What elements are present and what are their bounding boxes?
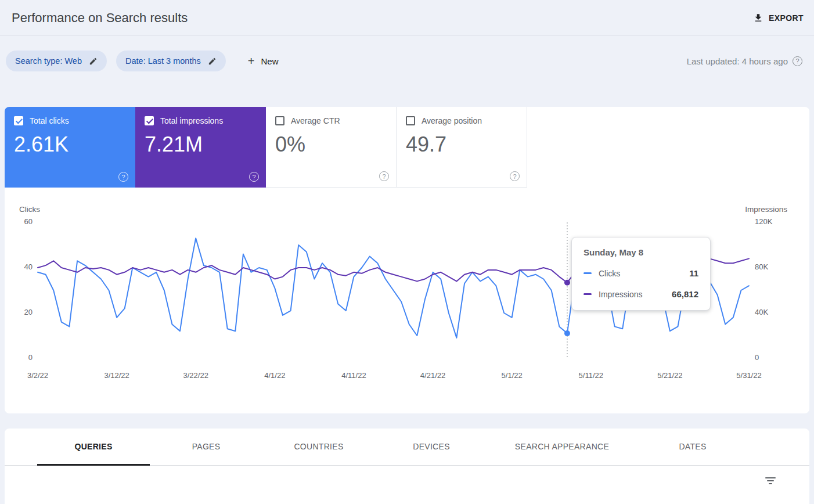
chart-tooltip: Sunday, May 8 Clicks 11 Impressions 66,8… [571,237,711,311]
filter-bar: Search type: Web Date: Last 3 months + N… [0,36,814,86]
metric-card-2[interactable]: Average CTR 0% ? [266,107,397,188]
dimension-table-card: QUERIES PAGES COUNTRIES DEVICES SEARCH A… [5,429,809,504]
help-icon[interactable]: ? [118,172,128,182]
x-axis-tick: 3/12/22 [104,371,129,380]
export-label: EXPORT [769,13,804,23]
checkbox-icon[interactable] [145,116,154,125]
tooltip-clicks-value: 11 [689,268,698,278]
metric-label: Total impressions [160,116,223,125]
y-axis-right-tick: 120K [755,217,772,226]
y-axis-left-tick: 20 [5,308,33,316]
performance-card: Total clicks 2.61K ? Total impressions 7… [5,107,809,413]
y-axis-left-tick: 0 [5,353,33,362]
tab-devices[interactable]: DEVICES [375,429,488,466]
edit-pencil-icon [208,57,217,66]
y-axis-right-tick: 80K [755,262,768,271]
right-axis-title: Impressions [745,205,787,214]
dimension-tabs: QUERIES PAGES COUNTRIES DEVICES SEARCH A… [5,429,809,466]
help-icon[interactable]: ? [379,171,389,181]
x-axis-tick: 3/2/22 [27,371,48,380]
x-axis-tick: 5/1/22 [502,371,523,380]
filter-list-icon[interactable] [763,475,778,487]
plus-icon: + [248,55,255,67]
x-axis-tick: 4/11/22 [341,371,366,380]
metric-summary-row: Total clicks 2.61K ? Total impressions 7… [5,107,809,188]
x-axis-tick: 5/11/22 [579,371,603,380]
y-axis-right-tick: 0 [755,353,759,362]
tab-queries[interactable]: QUERIES [37,429,150,466]
date-range-label: Date: Last 3 months [125,56,201,66]
x-axis-tick: 4/1/22 [264,371,285,380]
x-axis-tick: 3/22/22 [183,371,208,380]
page-title: Performance on Search results [12,10,188,26]
checkbox-icon[interactable] [406,116,415,125]
tab-countries[interactable]: COUNTRIES [262,429,375,466]
help-icon[interactable]: ? [249,172,259,182]
tooltip-clicks-label: Clicks [599,269,620,278]
metric-value: 2.61K [14,132,126,157]
metric-value: 0% [275,132,387,157]
y-axis-left-tick: 60 [5,217,33,226]
help-icon[interactable]: ? [510,171,520,181]
x-axis-tick: 4/21/22 [420,371,445,380]
checkbox-icon[interactable] [275,116,284,125]
impressions-legend-dash-icon [584,293,592,295]
y-axis-right-tick: 40K [755,308,768,316]
table-toolbar [5,466,809,487]
metric-label: Total clicks [30,116,69,125]
performance-chart: Clicks Impressions Sunday, May 8 Clicks … [5,188,809,413]
search-type-chip[interactable]: Search type: Web [6,51,107,71]
clicks-legend-dash-icon [584,272,592,274]
tooltip-date: Sunday, May 8 [584,247,698,257]
last-updated: Last updated: 4 hours ago ? [687,56,802,66]
tooltip-impressions-row: Impressions 66,812 [584,289,698,299]
metric-card-1[interactable]: Total impressions 7.21M ? [135,107,266,188]
left-axis-title: Clicks [19,205,40,214]
help-icon[interactable]: ? [793,56,802,66]
tab-search-appearance[interactable]: SEARCH APPEARANCE [488,429,636,466]
metric-label: Average position [422,116,482,125]
search-type-label: Search type: Web [15,56,82,66]
clicks-highlight-dot [564,330,570,336]
x-axis-tick: 5/21/22 [657,371,682,380]
tooltip-impressions-label: Impressions [599,290,642,299]
download-icon [753,13,763,23]
x-axis-tick: 5/31/22 [736,371,761,380]
impressions-highlight-dot [564,280,570,286]
metric-value: 49.7 [406,132,517,157]
page-header: Performance on Search results EXPORT [0,0,814,36]
tooltip-clicks-row: Clicks 11 [584,268,698,278]
date-range-chip[interactable]: Date: Last 3 months [116,51,226,71]
y-axis-left-tick: 40 [5,262,33,271]
checkbox-icon[interactable] [14,116,23,125]
tab-dates[interactable]: DATES [636,429,749,466]
new-filter-button[interactable]: + New [248,55,279,67]
tooltip-impressions-value: 66,812 [672,289,698,299]
metric-value: 7.21M [145,132,257,157]
metric-card-0[interactable]: Total clicks 2.61K ? [5,107,135,188]
metric-card-3[interactable]: Average position 49.7 ? [397,107,527,188]
metric-label: Average CTR [291,116,340,125]
edit-pencil-icon [89,57,98,66]
last-updated-text: Last updated: 4 hours ago [687,56,788,66]
new-filter-label: New [261,56,278,66]
tab-pages[interactable]: PAGES [150,429,262,466]
export-button[interactable]: EXPORT [753,13,804,23]
